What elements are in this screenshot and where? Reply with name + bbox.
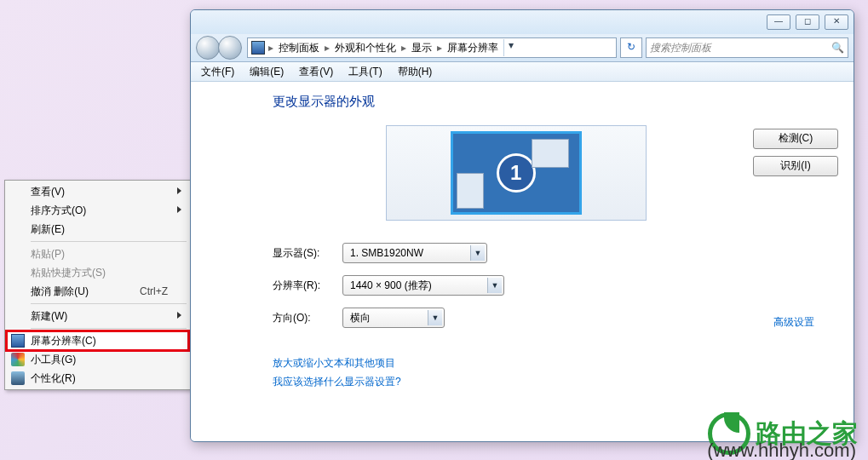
ctx-personalize-label: 个性化(R): [31, 371, 76, 386]
ctx-undo-label: 撤消 删除(U): [31, 285, 89, 299]
ctx-gadgets[interactable]: 小工具(G): [7, 350, 188, 369]
control-panel-window: — ◻ ✕ ▸ 控制面板 ▸ 外观和个性化 ▸ 显示 ▸ 屏幕分辨率 ▾ ↻ 搜…: [190, 9, 854, 442]
ctx-paste: 粘贴(P): [7, 244, 188, 263]
display-value: 1. SMB1920NW: [350, 247, 423, 259]
window-content: 更改显示器的外观 1 检测(C) 识别(I) 显示器(S): 1. SMB192…: [191, 82, 854, 441]
chevron-down-icon: ▼: [470, 245, 485, 261]
breadcrumb-seg-3[interactable]: 屏幕分辨率: [444, 41, 502, 55]
ctx-view-label: 查看(V): [31, 185, 65, 199]
monitor-number: 1: [497, 153, 536, 193]
text-size-link[interactable]: 放大或缩小文本和其他项目: [273, 354, 838, 372]
display-select[interactable]: 1. SMB1920NW ▼: [342, 243, 487, 263]
separator: [31, 328, 187, 329]
breadcrumb-seg-0[interactable]: 控制面板: [275, 41, 323, 55]
submenu-arrow-icon: [177, 312, 181, 319]
identify-button[interactable]: 识别(I): [753, 156, 838, 176]
search-input[interactable]: 搜索控制面板 🔍: [646, 37, 848, 58]
ctx-view[interactable]: 查看(V): [7, 182, 188, 201]
menu-help[interactable]: 帮助(H): [391, 62, 440, 81]
page-title: 更改显示器的外观: [273, 94, 838, 110]
search-placeholder: 搜索控制面板: [650, 41, 711, 55]
breadcrumb-seg-2[interactable]: 显示: [408, 41, 435, 55]
resolution-label: 分辨率(R):: [273, 279, 342, 293]
ctx-refresh[interactable]: 刷新(E): [7, 220, 188, 239]
resolution-value: 1440 × 900 (推荐): [350, 279, 432, 293]
maximize-button[interactable]: ◻: [796, 14, 819, 30]
ctx-paste-shortcut: 粘贴快捷方式(S): [7, 263, 188, 282]
display-label: 显示器(S):: [273, 246, 342, 261]
monitor-1[interactable]: 1: [451, 131, 582, 215]
chevron-down-icon: ▼: [428, 310, 442, 325]
menu-bar: 文件(F) 编辑(E) 查看(V) 工具(T) 帮助(H): [191, 62, 854, 82]
ctx-gadget-label: 小工具(G): [31, 353, 76, 367]
control-panel-icon: [251, 41, 265, 55]
breadcrumb-sep: ▸: [401, 42, 406, 54]
close-button[interactable]: ✕: [825, 14, 848, 30]
menu-tools[interactable]: 工具(T): [342, 62, 388, 81]
separator: [31, 303, 187, 304]
orientation-select[interactable]: 横向 ▼: [342, 308, 445, 328]
search-icon[interactable]: 🔍: [831, 42, 844, 54]
ctx-resolution-label: 屏幕分辨率(C): [31, 334, 96, 348]
window-titlebar[interactable]: — ◻ ✕: [191, 10, 854, 34]
gadget-icon: [11, 353, 25, 366]
personalize-icon: [11, 371, 25, 385]
nav-back-forward[interactable]: [196, 36, 244, 60]
menu-view[interactable]: 查看(V): [292, 62, 340, 81]
display-help-link[interactable]: 我应该选择什么显示器设置?: [273, 372, 838, 391]
ctx-personalize[interactable]: 个性化(R): [7, 369, 188, 388]
resolution-select[interactable]: 1440 × 900 (推荐) ▼: [342, 275, 504, 296]
ctx-sort-label: 排序方式(O): [31, 204, 86, 218]
separator: [31, 241, 187, 242]
menu-file[interactable]: 文件(F): [194, 62, 241, 81]
breadcrumb[interactable]: ▸ 控制面板 ▸ 外观和个性化 ▸ 显示 ▸ 屏幕分辨率 ▾: [247, 37, 617, 58]
desktop-context-menu: 查看(V) 排序方式(O) 刷新(E) 粘贴(P) 粘贴快捷方式(S) 撤消 删…: [4, 180, 191, 390]
breadcrumb-sep: ▸: [268, 42, 273, 54]
monitor-preview[interactable]: 1: [386, 125, 647, 221]
chevron-down-icon: ▼: [487, 278, 502, 293]
address-bar: ▸ 控制面板 ▸ 外观和个性化 ▸ 显示 ▸ 屏幕分辨率 ▾ ↻ 搜索控制面板 …: [191, 34, 854, 62]
breadcrumb-sep: ▸: [437, 42, 442, 54]
breadcrumb-dropdown[interactable]: ▾: [503, 39, 518, 56]
submenu-arrow-icon: [177, 206, 181, 213]
forward-button[interactable]: [218, 36, 242, 60]
advanced-settings-link[interactable]: 高级设置: [773, 315, 814, 330]
ctx-sort[interactable]: 排序方式(O): [7, 201, 188, 220]
ctx-new[interactable]: 新建(W): [7, 307, 188, 325]
ctx-screen-resolution[interactable]: 屏幕分辨率(C): [7, 331, 188, 350]
ctx-paste-label: 粘贴(P): [31, 247, 65, 262]
breadcrumb-seg-1[interactable]: 外观和个性化: [331, 41, 400, 55]
minimize-button[interactable]: —: [767, 14, 790, 30]
orientation-label: 方向(O):: [273, 311, 342, 325]
monitor-icon: [11, 334, 25, 348]
submenu-arrow-icon: [177, 187, 181, 194]
detect-button[interactable]: 检测(C): [753, 129, 838, 149]
back-button[interactable]: [196, 36, 220, 60]
orientation-value: 横向: [350, 311, 371, 325]
ctx-refresh-label: 刷新(E): [31, 222, 65, 237]
ctx-paste-shortcut-label: 粘贴快捷方式(S): [31, 266, 106, 280]
ctx-undo-shortcut: Ctrl+Z: [140, 285, 168, 297]
monitor-taskbar-thumb: [457, 173, 484, 209]
menu-edit[interactable]: 编辑(E): [243, 62, 290, 81]
ctx-undo[interactable]: 撤消 删除(U) Ctrl+Z: [7, 282, 188, 301]
ctx-new-label: 新建(W): [31, 309, 67, 324]
monitor-window-thumb: [532, 139, 569, 168]
breadcrumb-sep: ▸: [325, 42, 330, 54]
watermark-url: (www.hhhyh.com): [707, 440, 856, 460]
refresh-button[interactable]: ↻: [620, 37, 642, 58]
